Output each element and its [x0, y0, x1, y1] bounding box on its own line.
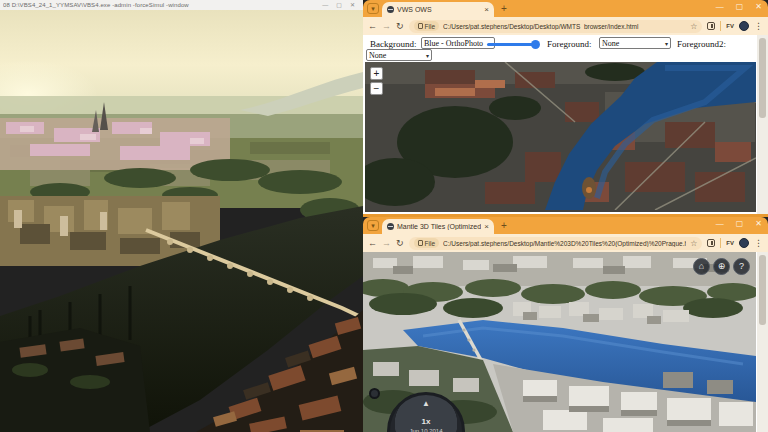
close-button[interactable]: ✕ [755, 2, 762, 11]
tab-favicon-icon [387, 6, 394, 13]
foreground2-label: Foreground2: [677, 39, 726, 49]
wmts-map[interactable]: + − [365, 62, 756, 212]
map-zoom-in-button[interactable]: + [370, 67, 383, 80]
menu-kebab-icon[interactable]: ⋮ [754, 21, 763, 31]
browser-toolbar: ← → ↻ File C:/Users/pat.stephens/Desktop… [363, 17, 768, 35]
side-panel-icon[interactable] [707, 22, 715, 30]
vbs4-3d-scene[interactable] [0, 10, 363, 432]
toolbar-divider [720, 238, 721, 248]
tab-favicon-icon [387, 223, 394, 230]
scrollbar-thumb[interactable] [759, 38, 766, 118]
browser-window-wmts: ▾ VWS OWS × + — ▢ ✕ ← → ↻ File C:/U [363, 0, 768, 217]
document-icon [418, 240, 423, 246]
chevron-down-icon: ▾ [426, 52, 429, 59]
vbs4-titlebar[interactable]: 08 D:\VBS4_24_1_YYMSAV\VBS4.exe -admin -… [0, 0, 363, 10]
side-panel-icon[interactable] [707, 239, 715, 247]
profile-avatar[interactable] [739, 21, 749, 31]
animation-knob[interactable] [369, 388, 380, 399]
address-bar[interactable]: File C:/Users/pat.stephens/Desktop/Deskt… [409, 20, 703, 33]
reload-icon[interactable]: ↻ [396, 21, 404, 31]
new-tab-button[interactable]: + [501, 221, 507, 231]
help-button[interactable]: ? [733, 258, 750, 275]
wmts-page: Background: Blue - OrthoPhoto▾ Foregroun… [363, 35, 768, 217]
forward-icon[interactable]: → [382, 21, 391, 31]
background-label: Background: [370, 39, 417, 49]
url-text: C:/Users/pat.stephens/Desktop/Desktop/WM… [443, 23, 686, 30]
compass-pointer-icon: ▲ [422, 399, 430, 408]
extension-badge[interactable]: FV [726, 240, 734, 246]
chevron-down-icon: ▾ [665, 40, 668, 47]
maximize-button[interactable]: ▢ [736, 219, 744, 228]
background-select[interactable]: Blue - OrthoPhoto▾ [421, 37, 495, 49]
tab-vws-ows[interactable]: VWS OWS × [382, 2, 494, 17]
tab-title: VWS OWS [397, 6, 481, 13]
opacity-slider-thumb[interactable] [531, 40, 540, 49]
home-button[interactable]: ⌂ [693, 258, 710, 275]
forward-icon[interactable]: → [382, 238, 391, 248]
maximize-button[interactable]: ▢ [736, 2, 744, 11]
close-button[interactable]: ✕ [755, 219, 762, 228]
aerial-map-image [365, 62, 756, 210]
minimize-button[interactable]: — [716, 2, 724, 11]
tab-strip: ▾ Mantle 3D Tiles (Optimized) Pr × + — ▢… [363, 217, 768, 234]
animation-speed-label: 1x [390, 417, 462, 426]
foreground2-select[interactable]: None▾ [366, 49, 432, 61]
reload-icon[interactable]: ↻ [396, 238, 404, 248]
tab-title: Mantle 3D Tiles (Optimized) Pr [397, 223, 481, 230]
file-scheme-chip: File [414, 21, 439, 31]
page-scrollbar[interactable] [757, 252, 768, 432]
browser-toolbar: ← → ↻ File C:/Users/pat.stephens/Desktop… [363, 234, 768, 252]
minimize-button[interactable]: — [716, 219, 724, 228]
extension-badge[interactable]: FV [726, 23, 734, 29]
foreground-select[interactable]: None▾ [599, 37, 671, 49]
back-icon[interactable]: ← [368, 21, 377, 31]
url-text: C:/Users/pat.stephens/Desktop/Mantle%203… [443, 240, 686, 247]
scrollbar-thumb[interactable] [759, 255, 766, 325]
vbs4-window: 08 D:\VBS4_24_1_YYMSAV\VBS4.exe -admin -… [0, 0, 363, 432]
file-scheme-chip: File [414, 238, 439, 248]
bookmark-star-icon[interactable]: ☆ [690, 239, 697, 248]
menu-kebab-icon[interactable]: ⋮ [754, 238, 763, 248]
tab-strip: ▾ VWS OWS × + — ▢ ✕ [363, 0, 768, 17]
page-scrollbar[interactable] [757, 35, 768, 217]
maximize-button[interactable]: ▢ [336, 2, 342, 8]
foreground-label: Foreground: [547, 39, 592, 49]
browser-window-mantle: ▾ Mantle 3D Tiles (Optimized) Pr × + — ▢… [363, 217, 768, 432]
map-zoom-out-button[interactable]: − [370, 82, 383, 95]
address-bar[interactable]: File C:/Users/pat.stephens/Desktop/Mantl… [409, 237, 703, 250]
animation-date-label: Jun 10 2014 [390, 428, 462, 432]
scene-mode-globe-button[interactable]: ⊕ [713, 258, 730, 275]
cesium-3d-view[interactable]: ⌂ ⊕ ? ▲ 1x Jun 10 2014 [363, 252, 768, 432]
tab-close-icon[interactable]: × [484, 6, 489, 14]
back-icon[interactable]: ← [368, 238, 377, 248]
profile-avatar[interactable] [739, 238, 749, 248]
toolbar-divider [720, 21, 721, 31]
document-icon [418, 23, 423, 29]
new-tab-button[interactable]: + [501, 4, 507, 14]
tab-close-icon[interactable]: × [484, 223, 489, 231]
tab-search-button[interactable]: ▾ [367, 220, 379, 231]
vbs4-window-title: 08 D:\VBS4_24_1_YYMSAV\VBS4.exe -admin -… [3, 2, 322, 8]
tab-mantle-3d-tiles[interactable]: Mantle 3D Tiles (Optimized) Pr × [382, 219, 494, 234]
tab-search-button[interactable]: ▾ [367, 3, 379, 14]
bookmark-star-icon[interactable]: ☆ [690, 22, 697, 31]
close-button[interactable]: ✕ [350, 2, 355, 8]
desktop: 08 D:\VBS4_24_1_YYMSAV\VBS4.exe -admin -… [0, 0, 768, 432]
minimize-button[interactable]: — [322, 2, 328, 8]
